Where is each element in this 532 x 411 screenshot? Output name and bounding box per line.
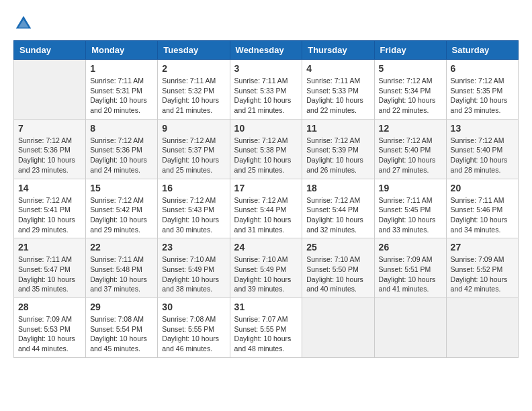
calendar-day-cell: 14 Sunrise: 7:12 AM Sunset: 5:41 PM Dayl… [14,179,86,238]
day-info: Sunrise: 7:11 AM Sunset: 5:33 PM Dayligh… [306,76,369,116]
day-number: 24 [234,242,298,253]
day-number: 20 [451,183,514,193]
calendar-day-cell: 24 Sunrise: 7:10 AM Sunset: 5:49 PM Dayl… [230,238,302,298]
calendar-day-cell: 5 Sunrise: 7:12 AM Sunset: 5:34 PM Dayli… [374,60,446,120]
day-number: 2 [162,63,225,74]
day-info: Sunrise: 7:12 AM Sunset: 5:37 PM Dayligh… [162,136,225,175]
sunrise-text: Sunrise: 7:12 AM [90,136,144,144]
sunset-text: Sunset: 5:44 PM [234,205,287,214]
calendar-day-cell: 27 Sunrise: 7:09 AM Sunset: 5:52 PM Dayl… [446,238,518,298]
day-number: 22 [90,242,153,253]
calendar-day-cell: 11 Sunrise: 7:12 AM Sunset: 5:39 PM Dayl… [302,119,374,179]
daylight-text: Daylight: 10 hours and 44 minutes. [18,334,75,353]
calendar-day-cell: 29 Sunrise: 7:08 AM Sunset: 5:54 PM Dayl… [86,298,158,358]
sunset-text: Sunset: 5:39 PM [306,146,359,154]
sunrise-text: Sunrise: 7:12 AM [379,77,433,85]
weekday-header-cell: Wednesday [230,41,302,60]
sunset-text: Sunset: 5:40 PM [379,146,431,154]
sunset-text: Sunset: 5:36 PM [18,146,71,154]
daylight-text: Daylight: 10 hours and 41 minutes. [379,275,436,293]
calendar-week-row: 14 Sunrise: 7:12 AM Sunset: 5:41 PM Dayl… [14,179,519,238]
sunrise-text: Sunrise: 7:08 AM [162,315,216,323]
sunrise-text: Sunrise: 7:11 AM [18,255,72,263]
calendar-day-cell: 7 Sunrise: 7:12 AM Sunset: 5:36 PM Dayli… [14,119,86,179]
daylight-text: Daylight: 10 hours and 21 minutes. [234,96,292,114]
day-number: 15 [90,183,153,193]
sunrise-text: Sunrise: 7:12 AM [451,77,504,85]
calendar-day-cell: 1 Sunrise: 7:11 AM Sunset: 5:31 PM Dayli… [86,60,158,120]
sunset-text: Sunset: 5:54 PM [90,325,142,333]
daylight-text: Daylight: 10 hours and 25 minutes. [162,156,219,174]
sunset-text: Sunset: 5:40 PM [451,146,503,154]
day-info: Sunrise: 7:12 AM Sunset: 5:43 PM Dayligh… [162,195,225,235]
calendar-day-cell: 2 Sunrise: 7:11 AM Sunset: 5:32 PM Dayli… [158,60,230,120]
day-number: 3 [234,63,298,74]
day-number: 30 [162,302,225,312]
daylight-text: Daylight: 10 hours and 27 minutes. [379,156,436,174]
daylight-text: Daylight: 10 hours and 33 minutes. [379,216,436,234]
sunset-text: Sunset: 5:38 PM [234,146,287,154]
calendar-day-cell: 19 Sunrise: 7:11 AM Sunset: 5:45 PM Dayl… [374,179,446,238]
day-number: 14 [18,183,81,193]
calendar-day-cell: 15 Sunrise: 7:12 AM Sunset: 5:42 PM Dayl… [86,179,158,238]
weekday-header-cell: Saturday [446,41,518,60]
daylight-text: Daylight: 10 hours and 39 minutes. [234,275,292,293]
calendar-day-cell [14,60,86,120]
day-number: 6 [451,63,514,74]
day-number: 27 [451,242,514,253]
calendar-day-cell [446,298,518,358]
sunrise-text: Sunrise: 7:12 AM [379,136,433,144]
calendar-day-cell: 20 Sunrise: 7:11 AM Sunset: 5:46 PM Dayl… [446,179,518,238]
daylight-text: Daylight: 10 hours and 48 minutes. [234,334,292,353]
day-info: Sunrise: 7:12 AM Sunset: 5:39 PM Dayligh… [306,136,369,175]
calendar-day-cell: 21 Sunrise: 7:11 AM Sunset: 5:47 PM Dayl… [14,238,86,298]
day-info: Sunrise: 7:11 AM Sunset: 5:48 PM Dayligh… [90,255,153,294]
daylight-text: Daylight: 10 hours and 30 minutes. [162,216,219,234]
day-info: Sunrise: 7:10 AM Sunset: 5:49 PM Dayligh… [234,255,298,294]
daylight-text: Daylight: 10 hours and 23 minutes. [451,96,508,114]
sunrise-text: Sunrise: 7:08 AM [90,315,144,323]
weekday-header-cell: Thursday [302,41,374,60]
sunset-text: Sunset: 5:48 PM [90,265,142,273]
day-number: 28 [18,302,81,312]
day-info: Sunrise: 7:09 AM Sunset: 5:52 PM Dayligh… [451,255,514,294]
sunrise-text: Sunrise: 7:11 AM [306,77,360,85]
calendar-day-cell: 31 Sunrise: 7:07 AM Sunset: 5:55 PM Dayl… [230,298,302,358]
day-number: 5 [379,63,442,74]
daylight-text: Daylight: 10 hours and 42 minutes. [451,275,508,293]
sunset-text: Sunset: 5:52 PM [451,265,503,273]
calendar-week-row: 28 Sunrise: 7:09 AM Sunset: 5:53 PM Dayl… [14,298,519,358]
daylight-text: Daylight: 10 hours and 37 minutes. [90,275,147,293]
calendar-day-cell: 16 Sunrise: 7:12 AM Sunset: 5:43 PM Dayl… [158,179,230,238]
day-number: 16 [162,183,225,193]
sunset-text: Sunset: 5:35 PM [451,87,503,95]
day-number: 7 [18,123,81,134]
calendar-week-row: 21 Sunrise: 7:11 AM Sunset: 5:47 PM Dayl… [14,238,519,298]
daylight-text: Daylight: 10 hours and 34 minutes. [451,216,508,234]
daylight-text: Daylight: 10 hours and 32 minutes. [306,216,363,234]
sunset-text: Sunset: 5:45 PM [379,205,431,214]
sunrise-text: Sunrise: 7:10 AM [162,255,216,263]
day-info: Sunrise: 7:11 AM Sunset: 5:46 PM Dayligh… [451,195,514,235]
daylight-text: Daylight: 10 hours and 21 minutes. [162,96,219,114]
day-number: 25 [306,242,369,253]
sunset-text: Sunset: 5:34 PM [379,87,431,95]
sunrise-text: Sunrise: 7:09 AM [451,255,504,263]
sunset-text: Sunset: 5:33 PM [234,87,287,95]
day-number: 1 [90,63,153,74]
day-number: 9 [162,123,225,134]
day-info: Sunrise: 7:12 AM Sunset: 5:36 PM Dayligh… [90,136,153,175]
sunrise-text: Sunrise: 7:09 AM [18,315,72,323]
calendar-day-cell: 26 Sunrise: 7:09 AM Sunset: 5:51 PM Dayl… [374,238,446,298]
day-info: Sunrise: 7:12 AM Sunset: 5:38 PM Dayligh… [234,136,298,175]
sunset-text: Sunset: 5:47 PM [18,265,71,273]
sunrise-text: Sunrise: 7:12 AM [162,136,216,144]
day-number: 21 [18,242,81,253]
day-number: 18 [306,183,369,193]
day-info: Sunrise: 7:07 AM Sunset: 5:55 PM Dayligh… [234,314,298,354]
sunrise-text: Sunrise: 7:12 AM [234,136,288,144]
calendar-day-cell: 3 Sunrise: 7:11 AM Sunset: 5:33 PM Dayli… [230,60,302,120]
day-number: 13 [451,123,514,134]
calendar-week-row: 1 Sunrise: 7:11 AM Sunset: 5:31 PM Dayli… [14,60,519,120]
day-info: Sunrise: 7:08 AM Sunset: 5:55 PM Dayligh… [162,314,225,354]
